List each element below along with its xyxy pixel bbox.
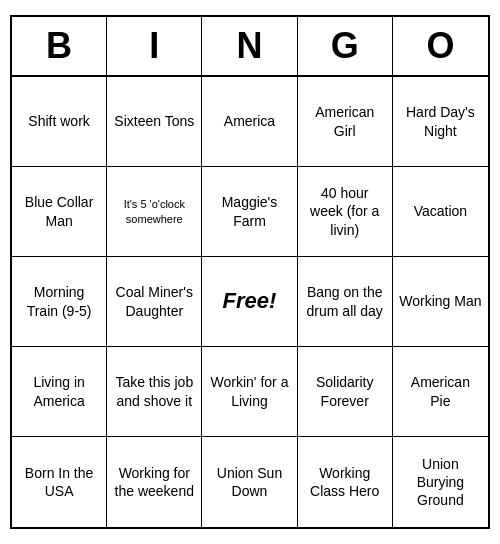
header-letter: I <box>107 17 202 75</box>
bingo-cell: American Pie <box>393 347 488 437</box>
bingo-cell: Living in America <box>12 347 107 437</box>
bingo-cell: Take this job and shove it <box>107 347 202 437</box>
bingo-cell: Blue Collar Man <box>12 167 107 257</box>
header-letter: B <box>12 17 107 75</box>
bingo-cell: Union Burying Ground <box>393 437 488 527</box>
bingo-cell: Working Class Hero <box>298 437 393 527</box>
bingo-cell: Working Man <box>393 257 488 347</box>
header-letter: G <box>298 17 393 75</box>
bingo-card: BINGO Shift workSixteen TonsAmericaAmeri… <box>10 15 490 529</box>
bingo-cell: Coal Miner's Daughter <box>107 257 202 347</box>
bingo-header: BINGO <box>12 17 488 77</box>
bingo-cell: America <box>202 77 297 167</box>
bingo-cell: Vacation <box>393 167 488 257</box>
header-letter: N <box>202 17 297 75</box>
header-letter: O <box>393 17 488 75</box>
bingo-cell: It's 5 'o'clock somewhere <box>107 167 202 257</box>
bingo-cell: American Girl <box>298 77 393 167</box>
bingo-cell: Bang on the drum all day <box>298 257 393 347</box>
bingo-cell: Maggie's Farm <box>202 167 297 257</box>
bingo-cell: Sixteen Tons <box>107 77 202 167</box>
bingo-cell: Union Sun Down <box>202 437 297 527</box>
bingo-cell: Morning Train (9-5) <box>12 257 107 347</box>
bingo-cell: Hard Day's Night <box>393 77 488 167</box>
bingo-cell: Workin' for a Living <box>202 347 297 437</box>
bingo-cell: Born In the USA <box>12 437 107 527</box>
bingo-cell: Working for the weekend <box>107 437 202 527</box>
bingo-cell: Solidarity Forever <box>298 347 393 437</box>
bingo-cell: Shift work <box>12 77 107 167</box>
bingo-grid: Shift workSixteen TonsAmericaAmerican Gi… <box>12 77 488 527</box>
bingo-cell: 40 hour week (for a livin) <box>298 167 393 257</box>
bingo-cell: Free! <box>202 257 297 347</box>
